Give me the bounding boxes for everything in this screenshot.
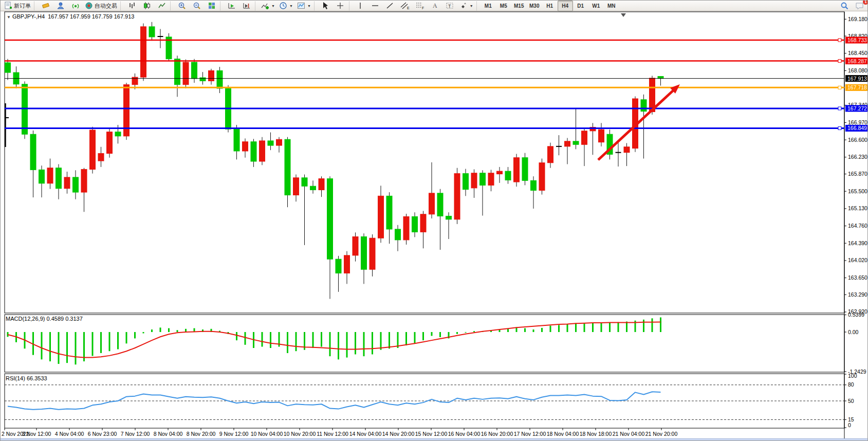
cursor-arrow-icon — [321, 2, 329, 10]
chart-shift-button[interactable] — [239, 1, 254, 11]
timeframe-button-w1[interactable]: W1 — [588, 1, 604, 11]
new-order-button[interactable]: 新订单 — [2, 1, 33, 11]
symbol-period-label: GBPJPY-,H4 — [12, 13, 45, 20]
vertical-line-button[interactable] — [353, 1, 368, 11]
candle-body — [497, 171, 503, 174]
search-button[interactable] — [837, 1, 852, 11]
arrow-shapes-icon — [459, 2, 468, 10]
candle-body — [480, 173, 486, 186]
signals-button[interactable] — [68, 1, 83, 11]
candle-body — [582, 131, 587, 144]
candlestick-mode-button[interactable] — [139, 1, 154, 11]
chart-canvas[interactable]: 169.180168.820168.450168.080167.340166.9… — [1, 11, 868, 441]
market-watch-button[interactable] — [38, 1, 53, 11]
notifications-button[interactable]: 1 — [852, 1, 867, 11]
candle-body — [251, 142, 256, 161]
candle-body — [47, 168, 53, 183]
candle-body — [599, 130, 604, 142]
timeframe-bar: M1M5M15M30H1H4D1W1MN — [481, 1, 619, 11]
tile-windows-button[interactable] — [204, 1, 219, 11]
candle-body — [412, 216, 418, 232]
autotrading-icon — [85, 2, 93, 10]
autotrading-label: 自动交易 — [95, 2, 117, 10]
separator — [34, 2, 37, 10]
time-axis-label: 8 Nov 20:00 — [187, 431, 216, 437]
templates-button[interactable]: ▼ — [295, 1, 313, 11]
svg-text:E: E — [407, 6, 410, 10]
candle-body — [471, 173, 477, 188]
bar-chart-mode-button[interactable] — [124, 1, 139, 11]
indicators-button[interactable]: ▼ — [259, 1, 277, 11]
periods-button[interactable]: ▼ — [277, 1, 295, 11]
text-button[interactable]: A — [428, 1, 442, 11]
trendline-button[interactable] — [383, 1, 398, 11]
fibonacci-button[interactable]: F — [413, 1, 428, 11]
candle-body — [81, 169, 87, 192]
horizontal-line-icon — [371, 2, 379, 10]
time-axis-label: 4 Nov 04:00 — [55, 431, 84, 437]
price-label-text: 167.913 — [847, 76, 867, 82]
time-axis-label: 18 Nov 18:00 — [580, 431, 612, 437]
timeframe-button-h1[interactable]: H1 — [542, 1, 558, 11]
zoom-in-button[interactable] — [174, 1, 189, 11]
candle-body — [293, 178, 299, 195]
candle-body — [149, 27, 155, 37]
channel-icon: E — [400, 2, 410, 10]
auto-scroll-button[interactable] — [224, 1, 239, 11]
price-axis-tick: 165.870 — [848, 171, 867, 177]
line-handle[interactable] — [838, 86, 841, 89]
chart-window[interactable]: 169.180168.820168.450168.080167.340166.9… — [1, 11, 868, 441]
price-axis-tick: 163.290 — [848, 291, 867, 298]
search-icon — [840, 2, 849, 10]
line-handle[interactable] — [838, 60, 841, 63]
timeframe-button-m15[interactable]: M15 — [511, 1, 527, 11]
timeframe-button-m1[interactable]: M1 — [481, 1, 496, 11]
timeframe-button-mn[interactable]: MN — [604, 1, 619, 11]
time-axis-label: 21 Nov 20:00 — [645, 431, 678, 437]
arrows-button[interactable]: ▼ — [457, 1, 475, 11]
autotrading-button[interactable]: 自动交易 — [83, 1, 119, 11]
ohlc-values: 167.957 167.959 167.759 167.913 — [48, 13, 134, 20]
svg-text:T: T — [448, 4, 451, 9]
price-axis-tick: 168.450 — [848, 50, 867, 56]
candle-body — [209, 70, 214, 81]
time-axis-label: 9 Nov 12:00 — [219, 431, 249, 437]
cursor-button[interactable] — [318, 1, 333, 11]
window-bottom-edge — [1, 438, 868, 441]
tile-windows-icon — [208, 2, 216, 10]
equidistant-channel-button[interactable]: E — [398, 1, 413, 11]
clock-icon — [279, 2, 287, 10]
candle-body — [183, 62, 189, 85]
timeframe-button-h4[interactable]: H4 — [558, 1, 573, 11]
text-label-button[interactable]: T — [442, 1, 457, 11]
timeframe-button-m5[interactable]: M5 — [496, 1, 511, 11]
price-axis-tick: 169.180 — [848, 16, 867, 22]
line-chart-icon — [158, 2, 166, 10]
line-handle[interactable] — [838, 126, 841, 130]
candlestick-icon — [143, 2, 151, 10]
timeframe-button-m30[interactable]: M30 — [527, 1, 542, 11]
candle-body — [624, 147, 630, 153]
chart-shift-icon — [243, 2, 251, 10]
template-icon — [297, 2, 305, 10]
candle-body — [386, 196, 392, 229]
panel-frame — [5, 315, 844, 372]
trendline-icon — [386, 2, 394, 10]
navigator-button[interactable] — [53, 1, 68, 11]
timeframe-button-d1[interactable]: D1 — [573, 1, 588, 11]
line-chart-mode-button[interactable] — [154, 1, 169, 11]
indicators-add-icon — [261, 2, 269, 10]
candle-body — [514, 158, 520, 182]
line-handle[interactable] — [838, 107, 841, 110]
candle-body — [336, 259, 341, 273]
new-order-icon — [4, 2, 12, 10]
horizontal-line-button[interactable] — [368, 1, 383, 11]
candle-body — [39, 170, 45, 183]
candle-body — [378, 196, 384, 238]
zoom-out-button[interactable] — [189, 1, 204, 11]
auto-scroll-icon — [228, 2, 236, 10]
time-axis-label: 14 Nov 20:00 — [382, 431, 415, 437]
line-handle[interactable] — [838, 39, 841, 42]
crosshair-button[interactable] — [333, 1, 348, 11]
candle-body — [573, 141, 579, 144]
